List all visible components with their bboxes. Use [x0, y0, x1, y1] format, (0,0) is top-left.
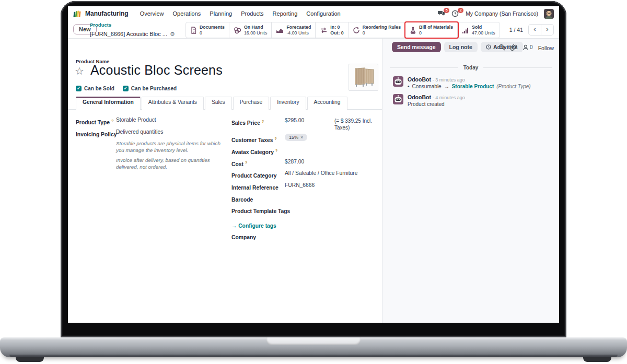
person-icon: [522, 44, 529, 51]
tab-purchase[interactable]: Purchase: [233, 97, 270, 110]
old-value: Consumable: [412, 84, 442, 89]
chatter-icons: 0: [498, 44, 533, 51]
smart-button-in-out[interactable]: In: 0Out: 0: [316, 22, 348, 38]
activities-clock-icon[interactable]: 2: [451, 10, 460, 17]
price-incl-taxes-note: (= $ 339.25 Incl. Taxes): [334, 118, 382, 131]
arrow-right-icon: →: [444, 84, 449, 89]
field-barcode: Barcode: [231, 194, 253, 204]
user-avatar[interactable]: [544, 9, 554, 19]
smart-button-bar: Documents0 On Hand16.00 Units Forecasted…: [185, 22, 500, 38]
help-marker[interactable]: ?: [111, 119, 114, 123]
top-navbar: Manufacturing Overview Operations Planni…: [68, 6, 559, 21]
help-marker[interactable]: ?: [274, 136, 277, 141]
log-note-button[interactable]: Log note: [444, 42, 478, 52]
storable-help-text: Storable products are physical items for…: [116, 140, 222, 154]
today-divider: Today: [390, 65, 552, 71]
pager-previous-button[interactable]: ‹: [528, 24, 541, 36]
sales-price-value[interactable]: $295.00: [285, 118, 304, 123]
transfer-arrows-icon: [320, 27, 328, 34]
product-type-value[interactable]: Storable Product: [116, 117, 210, 123]
followers-button[interactable]: 0: [522, 44, 533, 51]
tab-sales[interactable]: Sales: [205, 97, 232, 110]
pager-value: 1 / 41: [509, 27, 523, 33]
message-body: Product created: [408, 101, 445, 107]
invoicing-policy-value[interactable]: Delivered quantities: [116, 129, 210, 135]
smart-button-documents[interactable]: Documents0: [186, 22, 229, 38]
menu-reporting[interactable]: Reporting: [273, 10, 298, 17]
bar-chart-icon: [462, 27, 469, 34]
field-customer-taxes: Customer Taxes ? 15%×: [231, 135, 277, 144]
can-be-sold-checkbox[interactable]: ✓ Can be Sold: [76, 86, 114, 91]
help-marker[interactable]: ?: [245, 160, 248, 165]
message-author[interactable]: OdooBot: [408, 94, 431, 100]
can-be-purchased-checkbox[interactable]: ✓ Can be Purchased: [123, 86, 177, 91]
help-marker[interactable]: ?: [262, 119, 264, 124]
gear-icon[interactable]: ⚙: [170, 31, 175, 37]
chatter-panel: Send message Log note Activities 0 Follo…: [382, 39, 559, 323]
favorite-star-icon[interactable]: ☆: [75, 65, 84, 77]
product-category-value[interactable]: All / Saleable / Office Furniture: [285, 170, 379, 176]
company-switcher[interactable]: My Company (San Francisco): [466, 10, 538, 17]
on-hand-icon: [234, 27, 241, 34]
menu-planning[interactable]: Planning: [210, 10, 232, 17]
sale-purchase-checkboxes: ✓ Can be Sold ✓ Can be Purchased: [76, 86, 177, 91]
invoicing-help-text: Invoice after delivery, based on quantit…: [116, 157, 222, 170]
attachments-icon[interactable]: [510, 44, 517, 51]
tab-attributes-variants[interactable]: Attributes & Variants: [142, 97, 204, 110]
search-messages-icon[interactable]: [498, 44, 505, 51]
breadcrumb: Products [FURN_6666] Acoustic Bloc ...⚙: [90, 22, 175, 39]
product-title[interactable]: Acoustic Bloc Screens: [90, 63, 223, 78]
tab-inventory[interactable]: Inventory: [270, 97, 306, 110]
field-sales-price: Sales Price ? $295.00: [231, 118, 264, 127]
tab-accounting[interactable]: Accounting: [307, 97, 347, 110]
breadcrumb-current: [FURN_6666] Acoustic Bloc ...: [90, 31, 167, 38]
pager-next-button[interactable]: ›: [541, 24, 554, 36]
follow-button[interactable]: Follow: [538, 45, 554, 51]
refresh-icon: [353, 27, 360, 34]
clock-icon: [486, 44, 491, 50]
cost-value[interactable]: $287.00: [285, 159, 304, 165]
tracked-field-name: (Product Type): [496, 84, 530, 89]
smart-button-sold[interactable]: Sold47.00 Units: [458, 22, 500, 38]
message-time: - 3 minutes ago: [433, 77, 465, 83]
messages-icon[interactable]: 5: [437, 10, 446, 17]
send-message-button[interactable]: Send message: [392, 42, 441, 52]
smart-button-reordering-rules[interactable]: Reordering Rules0: [349, 22, 405, 38]
message-author[interactable]: OdooBot: [408, 76, 431, 83]
remove-tag-icon[interactable]: ×: [300, 135, 303, 140]
menu-configuration[interactable]: Configuration: [306, 10, 340, 17]
laptop-foot-right: [583, 357, 611, 362]
notebook-tabs: General Information Attributes & Variant…: [68, 97, 382, 110]
menu-overview[interactable]: Overview: [140, 10, 164, 17]
product-image[interactable]: [349, 64, 378, 91]
manufacturing-app-icon[interactable]: [73, 10, 81, 18]
field-product-category: Product Category All / Saleable / Office…: [231, 170, 276, 180]
arrow-right-icon: →: [231, 223, 237, 229]
configure-tags-link[interactable]: → Configure tags: [231, 220, 276, 230]
followers-count: 0: [530, 44, 533, 50]
smart-button-bill-of-materials[interactable]: Bill of Materials0: [405, 22, 458, 38]
tracking-change: • Consumable → Storable Product (Product…: [408, 84, 554, 89]
odoobot-avatar: [393, 94, 403, 104]
app-name[interactable]: Manufacturing: [85, 10, 129, 17]
systray: 5 2 My Company (San Francisco): [437, 9, 554, 19]
main-menu: Overview Operations Planning Products Re…: [140, 10, 341, 17]
messages-badge: 5: [444, 8, 449, 13]
customer-tax-tag[interactable]: 15%×: [285, 134, 307, 141]
help-marker[interactable]: ?: [275, 148, 278, 153]
menu-products[interactable]: Products: [241, 10, 263, 17]
odoobot-avatar: [393, 76, 403, 87]
field-product-template-tags: Product Template Tags: [231, 206, 290, 215]
smart-button-forecasted[interactable]: Forecasted-4.00 Units: [272, 22, 316, 38]
breadcrumb-products[interactable]: Products: [90, 22, 175, 28]
control-panel: New Products [FURN_6666] Acoustic Bloc .…: [68, 21, 559, 39]
screen: Manufacturing Overview Operations Planni…: [68, 6, 559, 323]
tab-general-information[interactable]: General Information: [76, 97, 141, 110]
chatter-message: OdooBot - 3 minutes ago • Consumable → S…: [393, 76, 554, 89]
checkbox-checked-icon: ✓: [76, 86, 82, 91]
message-time: - 4 minutes ago: [433, 95, 465, 100]
field-invoicing-policy: Invoicing Policy ? Delivered quantities: [76, 129, 121, 138]
smart-button-on-hand[interactable]: On Hand16.00 Units: [229, 22, 272, 38]
menu-operations[interactable]: Operations: [173, 10, 201, 17]
internal-reference-value[interactable]: FURN_6666: [285, 182, 315, 188]
